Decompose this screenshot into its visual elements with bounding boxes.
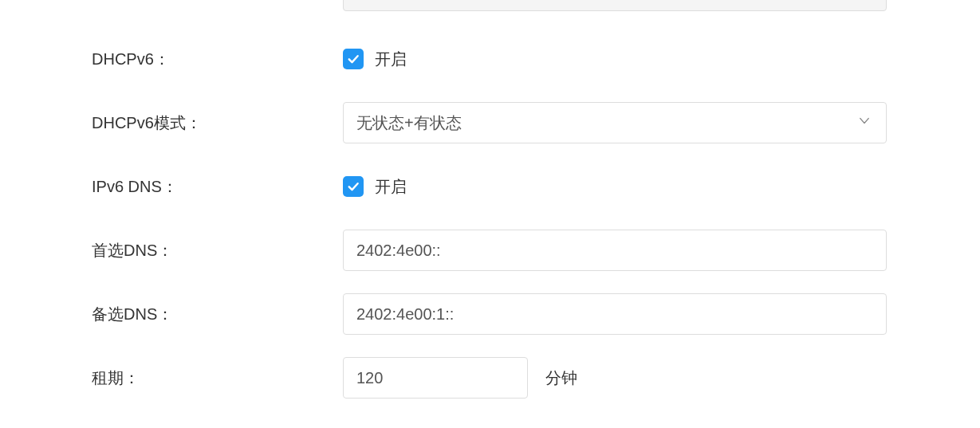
row-secondary-dns: 备选DNS： (0, 293, 980, 335)
chevron-down-icon (857, 114, 872, 132)
disabled-field-above (343, 0, 887, 11)
label-dhcpv6-mode: DHCPv6模式： (0, 112, 343, 134)
primary-dns-input[interactable] (343, 230, 887, 271)
check-icon (346, 179, 360, 194)
ipv6-dns-checkbox-label: 开启 (375, 176, 407, 198)
label-secondary-dns: 备选DNS： (0, 304, 343, 325)
label-dhcpv6: DHCPv6： (0, 49, 343, 70)
label-primary-dns: 首选DNS： (0, 240, 343, 261)
dhcpv6-mode-select[interactable]: 无状态+有状态 (343, 102, 887, 143)
secondary-dns-input[interactable] (343, 293, 887, 335)
lease-input[interactable] (343, 357, 528, 399)
label-lease: 租期： (0, 367, 343, 389)
dhcpv6-checkbox-wrap: 开启 (343, 49, 407, 70)
dhcpv6-checkbox-label: 开启 (375, 49, 407, 70)
lease-unit-label: 分钟 (545, 367, 577, 389)
row-primary-dns: 首选DNS： (0, 230, 980, 271)
dhcpv6-checkbox[interactable] (343, 49, 364, 69)
row-ipv6-dns: IPv6 DNS： 开启 (0, 166, 980, 207)
settings-form: DHCPv6： 开启 DHCPv6模式： 无状态+有状态 (0, 38, 980, 399)
row-lease: 租期： 分钟 (0, 357, 980, 399)
dhcpv6-mode-value: 无状态+有状态 (356, 112, 462, 134)
ipv6-dns-checkbox[interactable] (343, 176, 364, 197)
row-dhcpv6: DHCPv6： 开启 (0, 38, 980, 80)
row-dhcpv6-mode: DHCPv6模式： 无状态+有状态 (0, 102, 980, 143)
ipv6-dns-checkbox-wrap: 开启 (343, 176, 407, 198)
check-icon (346, 52, 360, 66)
label-ipv6-dns: IPv6 DNS： (0, 176, 343, 198)
